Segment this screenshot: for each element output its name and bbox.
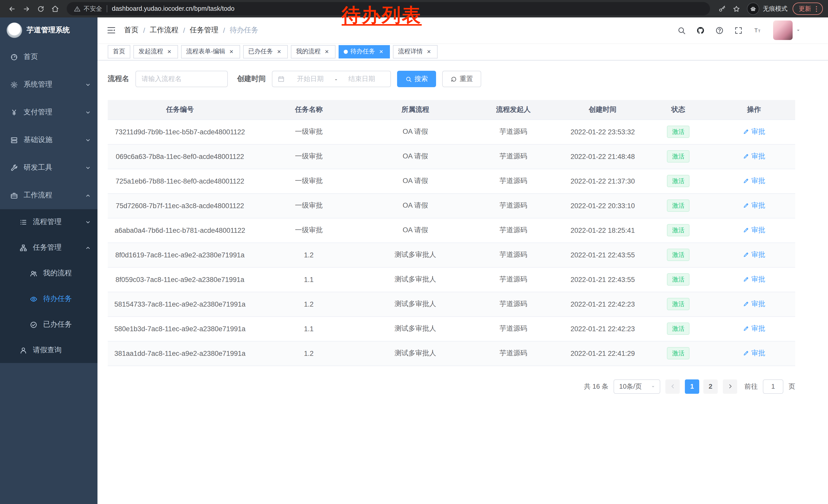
filter-name-label: 流程名 <box>108 74 129 84</box>
tab-done-tasks[interactable]: 已办任务× <box>243 45 288 58</box>
tab-close-icon[interactable]: × <box>425 48 432 55</box>
page-size-value: 10条/页 <box>619 382 642 391</box>
page-button-2[interactable]: 2 <box>703 379 718 394</box>
search-icon[interactable] <box>672 26 691 35</box>
approve-button[interactable]: 审批 <box>743 176 765 186</box>
tab-home[interactable]: 首页 <box>108 45 130 58</box>
reset-button[interactable]: 重置 <box>442 71 481 87</box>
top-navbar: 首页/工作流程/任务管理/待办任务 TT <box>97 17 828 43</box>
approve-button[interactable]: 审批 <box>743 201 765 210</box>
cell-starter: 芋道源码 <box>465 144 562 169</box>
url-text[interactable]: dashboard.yudao.iocoder.cn/bpm/task/todo <box>112 5 235 12</box>
reload-button[interactable] <box>34 2 47 15</box>
home-button[interactable] <box>48 2 61 15</box>
bookmark-star-icon[interactable] <box>730 2 743 15</box>
page-button-1[interactable]: 1 <box>685 379 699 394</box>
tab-close-icon[interactable]: × <box>228 48 235 55</box>
user-avatar[interactable] <box>773 20 793 40</box>
approve-button[interactable]: 审批 <box>743 324 765 333</box>
tab-close-icon[interactable]: × <box>276 48 283 55</box>
caret-down-icon[interactable] <box>795 27 801 33</box>
breadcrumb: 首页/工作流程/任务管理/待办任务 <box>124 26 258 35</box>
key-icon[interactable] <box>715 2 729 15</box>
goto-page-input[interactable]: 1 <box>763 379 783 394</box>
sidebar-item-infrastructure[interactable]: 基础设施 <box>0 126 97 154</box>
tab-my-process[interactable]: 我的流程× <box>291 45 335 58</box>
sidebar-item-home[interactable]: 首页 <box>0 43 97 71</box>
sidebar-item-todo-task[interactable]: 待办任务 <box>0 286 97 312</box>
edit-icon <box>743 301 749 307</box>
breadcrumb-item[interactable]: 任务管理 <box>190 26 218 35</box>
tab-form-edit[interactable]: 流程表单-编辑× <box>181 45 240 58</box>
tab-start-process[interactable]: 发起流程× <box>133 45 178 58</box>
fullscreen-icon[interactable] <box>729 26 748 35</box>
status-badge: 激活 <box>667 347 690 359</box>
date-range-picker[interactable]: 开始日期 - 结束日期 <box>272 71 391 87</box>
address-bar[interactable]: 不安全 dashboard.yudao.iocoder.cn/bpm/task/… <box>67 2 710 15</box>
tab-close-icon[interactable]: × <box>323 48 330 55</box>
tab-close-icon[interactable]: × <box>378 48 385 55</box>
logo[interactable]: 芋道管理系统 <box>0 17 97 43</box>
process-name-input[interactable]: 请输入流程名 <box>135 71 228 87</box>
cell-task-name: 一级审批 <box>252 144 366 169</box>
breadcrumb-item[interactable]: 首页 <box>124 26 138 35</box>
prev-page-button[interactable] <box>665 379 680 394</box>
approve-button[interactable]: 审批 <box>743 226 765 235</box>
gear-icon <box>10 81 18 88</box>
approve-button[interactable]: 审批 <box>743 349 765 358</box>
sidebar-item-leave-query[interactable]: 请假查询 <box>0 337 97 363</box>
status-badge: 激活 <box>667 249 690 261</box>
cell-status: 激活 <box>644 193 713 218</box>
sidebar-item-task-mgmt[interactable]: 任务管理 <box>0 235 97 261</box>
back-button[interactable] <box>5 2 18 15</box>
search-button-label: 搜索 <box>415 74 428 84</box>
sidebar-item-system[interactable]: 系统管理 <box>0 71 97 98</box>
search-button[interactable]: 搜索 <box>397 71 436 87</box>
tab-close-icon[interactable]: × <box>166 48 173 55</box>
status-badge: 激活 <box>667 224 690 236</box>
browser-menu-dots-icon[interactable] <box>813 5 820 12</box>
column-header: 任务名称 <box>252 100 366 120</box>
column-header: 任务编号 <box>108 100 252 120</box>
sidebar-collapse-button[interactable] <box>97 26 124 35</box>
breadcrumb-item[interactable]: 工作流程 <box>150 26 178 35</box>
approve-label: 审批 <box>751 300 765 309</box>
approve-button[interactable]: 审批 <box>743 250 765 260</box>
sidebar-item-payment[interactable]: 支付管理 <box>0 98 97 126</box>
sidebar: 芋道管理系统 首页 系统管理 支付管理 基础设施 研发工具 工作流程 流程管理 … <box>0 17 97 504</box>
cell-task-name: 1.1 <box>252 316 366 341</box>
home-icon <box>51 5 59 12</box>
incognito-icon <box>747 3 759 15</box>
forward-button[interactable] <box>19 2 33 15</box>
cell-created: 2022-01-21 22:42:23 <box>562 316 644 341</box>
help-icon[interactable] <box>710 26 729 35</box>
sidebar-item-label: 流程管理 <box>33 217 61 227</box>
page-size-select[interactable]: 10条/页 <box>614 379 660 394</box>
font-size-icon[interactable]: TT <box>748 26 767 35</box>
cell-task-name: 一级审批 <box>252 218 366 242</box>
cell-created: 2022-01-22 21:37:30 <box>562 169 644 193</box>
sidebar-item-my-process[interactable]: 我的流程 <box>0 261 97 286</box>
tab-process-detail[interactable]: 流程详情× <box>393 45 438 58</box>
approve-button[interactable]: 审批 <box>743 275 765 284</box>
sidebar-item-devtools[interactable]: 研发工具 <box>0 154 97 182</box>
status-badge: 激活 <box>667 199 690 212</box>
table-body: 73211d9d-7b9b-11ec-b5b7-acde48001122 一级审… <box>108 120 795 366</box>
column-header: 状态 <box>644 100 713 120</box>
sidebar-item-done-task[interactable]: 已办任务 <box>0 312 97 337</box>
next-page-button[interactable] <box>723 379 737 394</box>
sidebar-item-workflow[interactable]: 工作流程 <box>0 182 97 209</box>
approve-button[interactable]: 审批 <box>743 300 765 309</box>
cell-created: 2022-01-21 22:41:29 <box>562 341 644 366</box>
sidebar-item-process-mgmt[interactable]: 流程管理 <box>0 209 97 235</box>
approve-button[interactable]: 审批 <box>743 152 765 161</box>
update-button[interactable]: 更新 <box>793 3 823 15</box>
chevron-down-icon <box>85 219 91 225</box>
eye-icon <box>30 295 37 303</box>
github-icon[interactable] <box>691 26 710 35</box>
cell-task-id: 8f0d1619-7ac8-11ec-a9e2-a2380e71991a <box>108 242 252 267</box>
tab-todo-tasks[interactable]: 待办任务× <box>339 45 390 58</box>
navbar-right: TT <box>672 20 801 40</box>
approve-button[interactable]: 审批 <box>743 127 765 136</box>
security-label[interactable]: 不安全 <box>84 4 102 13</box>
